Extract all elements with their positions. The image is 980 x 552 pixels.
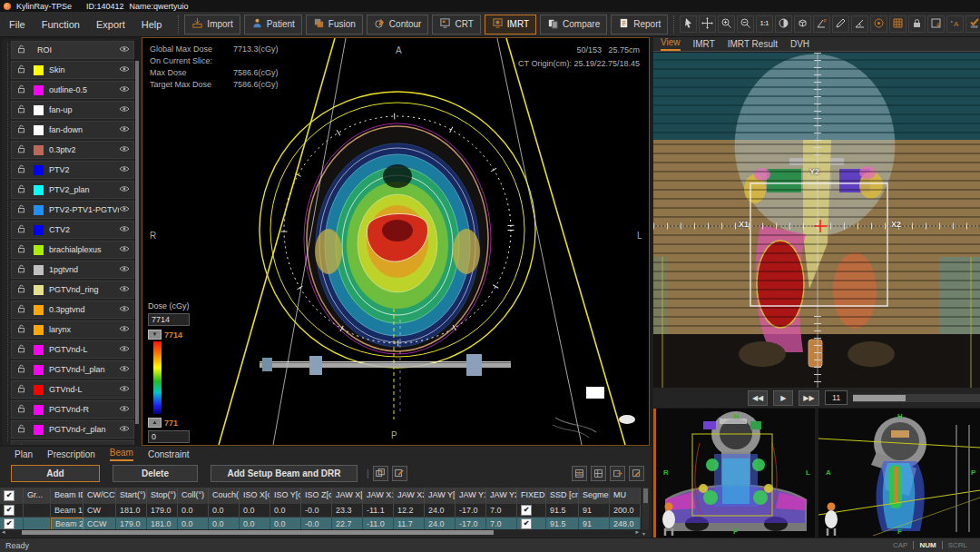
fixed-checkbox[interactable]: ✔ <box>521 518 532 529</box>
visibility-eye-icon[interactable] <box>119 84 130 96</box>
lock-icon[interactable] <box>17 304 26 315</box>
beam-cell[interactable]: CCW <box>83 518 116 530</box>
visibility-eye-icon[interactable] <box>119 263 130 276</box>
visibility-eye-icon[interactable] <box>119 203 130 216</box>
lock-icon[interactable] <box>17 244 26 255</box>
beam-cell[interactable]: 12.2 <box>394 504 425 517</box>
beam-cell[interactable]: 0.0 <box>178 518 209 530</box>
beam-cell[interactable]: 0.0 <box>178 504 209 517</box>
lock-icon[interactable] <box>17 364 26 375</box>
beam-cell[interactable]: 0.0 <box>209 504 240 517</box>
visibility-eye-icon[interactable] <box>119 44 130 56</box>
dose-gradient-bar[interactable] <box>153 341 162 414</box>
visibility-eye-icon[interactable] <box>119 363 130 376</box>
delete-button[interactable]: Delete <box>113 465 198 482</box>
tool-beam-target[interactable] <box>870 15 887 33</box>
tool-save[interactable] <box>927 15 945 33</box>
lock-icon[interactable] <box>17 184 26 195</box>
add-button[interactable]: Add <box>11 465 100 482</box>
beam-cell[interactable]: 0.0 <box>270 504 301 517</box>
beam-cell[interactable]: 179.0 <box>116 518 147 530</box>
menu-function[interactable]: Function <box>42 19 80 30</box>
beam-cell[interactable]: -11.1 <box>363 504 394 517</box>
module-button-patient[interactable]: Patient <box>244 15 302 34</box>
roi-item[interactable]: 0.3pgtvnd <box>11 301 134 319</box>
beam-cell[interactable]: 91 <box>579 518 610 530</box>
lock-icon[interactable] <box>17 124 26 135</box>
beam-cell[interactable]: -17.0 <box>456 504 486 517</box>
lock-icon[interactable] <box>17 64 26 75</box>
beam-cell[interactable] <box>24 518 51 530</box>
tool-protractor[interactable] <box>851 15 868 33</box>
beam-cell[interactable]: CW <box>83 504 116 517</box>
beam-cell[interactable]: -0.0 <box>301 504 332 517</box>
lock-icon[interactable] <box>17 164 26 175</box>
visibility-eye-icon[interactable] <box>119 64 130 76</box>
roi-item[interactable]: 1pgtvnd <box>11 261 134 279</box>
tab-prescription[interactable]: Prescription <box>47 449 95 461</box>
beam-id-cell[interactable]: Beam 2 <box>51 518 83 530</box>
lock-icon[interactable] <box>17 324 26 335</box>
dose-max-handle[interactable]: ▼ <box>148 330 162 340</box>
dose-max-input[interactable]: 7714 <box>148 313 190 326</box>
visibility-eye-icon[interactable] <box>119 183 130 196</box>
beam-cell[interactable]: 7.0 <box>486 504 517 517</box>
lock-icon[interactable] <box>17 44 26 55</box>
beam-cell[interactable]: 91.5 <box>546 518 579 530</box>
beam-cell[interactable]: 7.0 <box>486 518 517 530</box>
roi-item[interactable] <box>11 440 134 445</box>
roi-item[interactable]: fan-down <box>11 121 134 139</box>
beam-cell[interactable]: 0.0 <box>209 518 240 530</box>
tool-zoom-in[interactable] <box>718 15 735 33</box>
frame-number[interactable]: 11 <box>825 390 848 405</box>
visibility-eye-icon[interactable] <box>119 104 130 116</box>
module-button-compare[interactable]: Compare <box>540 15 607 34</box>
visibility-eye-icon[interactable] <box>119 343 130 356</box>
beam-cell[interactable]: 179.0 <box>147 504 178 517</box>
module-button-report[interactable]: Report <box>611 15 668 34</box>
select-all-checkbox[interactable]: ✔ <box>4 490 15 501</box>
roi-item[interactable]: Skin <box>11 61 134 79</box>
row-insert-button[interactable] <box>572 466 587 481</box>
tab-view[interactable]: View <box>661 37 681 51</box>
tool-view-check[interactable]: VIEW <box>965 15 980 33</box>
lock-icon[interactable] <box>17 264 26 275</box>
visibility-eye-icon[interactable] <box>119 443 130 445</box>
segment-slider[interactable] <box>853 394 980 402</box>
beam-cell[interactable]: 181.0 <box>116 504 147 517</box>
lock-icon[interactable] <box>17 224 26 235</box>
visibility-eye-icon[interactable] <box>119 223 130 236</box>
menu-help[interactable]: Help <box>142 19 162 30</box>
beam-cell[interactable]: ✔ <box>517 504 546 517</box>
roi-scrollbar[interactable] <box>134 39 140 445</box>
beam-cell[interactable]: -11.0 <box>363 518 394 530</box>
visibility-eye-icon[interactable] <box>119 423 130 436</box>
lock-icon[interactable] <box>17 84 26 95</box>
tool-angle-point[interactable]: P <box>813 15 830 33</box>
tool-cube[interactable] <box>794 15 811 33</box>
roi-header[interactable]: ROI <box>11 41 134 59</box>
edit-button[interactable] <box>392 466 407 481</box>
beam-cell[interactable]: 91 <box>579 504 610 517</box>
dose-min-handle[interactable]: ▲ <box>148 418 162 428</box>
module-button-imrt[interactable]: IMRT <box>485 15 536 34</box>
tab-plan[interactable]: Plan <box>15 449 33 461</box>
lock-icon[interactable] <box>17 144 26 155</box>
tool-pan[interactable] <box>699 15 716 33</box>
beam-row[interactable]: ✔Beam 1CW181.0179.00.00.00.00.0-0.023.3-… <box>0 504 641 518</box>
module-button-import[interactable]: Import <box>184 15 240 34</box>
tool-zoom-out[interactable] <box>737 15 754 33</box>
tool-pointer[interactable] <box>680 15 697 33</box>
beam-table-vscrollbar[interactable]: ▾ <box>642 488 649 529</box>
copy-plus-button[interactable] <box>373 466 388 481</box>
roi-item[interactable]: GTVnd-L <box>11 380 134 399</box>
tool-text-annotation[interactable]: °A <box>946 15 964 33</box>
beam-cell[interactable]: 24.0 <box>425 504 456 517</box>
roi-item[interactable]: brachialplexus <box>11 241 134 259</box>
beam-cell[interactable]: 24.0 <box>425 518 456 530</box>
tab-imrt-result[interactable]: IMRT Result <box>728 39 778 51</box>
tab-beam[interactable]: Beam <box>110 448 133 461</box>
beam-cell[interactable]: 181.0 <box>147 518 178 530</box>
beam-cell[interactable]: 0.0 <box>240 504 270 517</box>
beam-table-hscrollbar[interactable]: ◂ ▸ <box>0 529 641 536</box>
